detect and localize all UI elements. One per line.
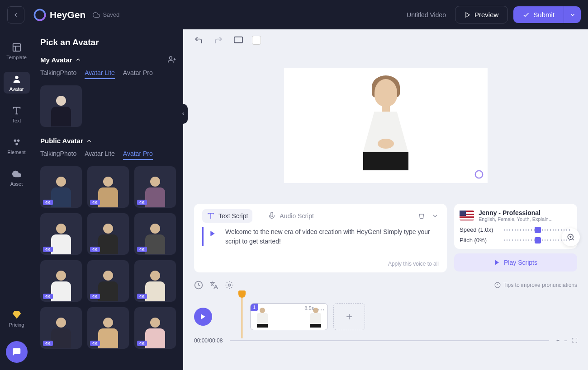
history-icon[interactable]: [194, 281, 203, 290]
svg-rect-3: [13, 44, 20, 52]
public-avatar-tile[interactable]: 4K: [40, 166, 82, 208]
pitch-slider-row: Pitch (0%): [460, 237, 572, 244]
translate-icon[interactable]: [209, 281, 218, 290]
background-color-swatch[interactable]: [252, 36, 261, 45]
support-chat-button[interactable]: [6, 341, 28, 363]
speed-thumb[interactable]: [535, 227, 541, 233]
redo-button[interactable]: [212, 34, 225, 47]
public-avatar-tile[interactable]: 4K: [87, 166, 129, 208]
zoom-button[interactable]: [562, 228, 580, 246]
public-avatar-tile[interactable]: 4K: [134, 260, 176, 302]
editor-main: Text Script Audio Script Welcome to the …: [183, 29, 588, 370]
speed-slider[interactable]: [504, 229, 572, 231]
back-button[interactable]: [7, 6, 24, 23]
public-avatar-tile[interactable]: 4K: [87, 213, 129, 255]
svg-point-12: [169, 56, 172, 59]
sidebar-title: Pick an Avatar: [40, 37, 176, 47]
public-avatar-tile[interactable]: 4K: [87, 307, 129, 349]
audio-script-tab[interactable]: Audio Script: [263, 209, 318, 223]
timeline-scrubber[interactable]: [230, 340, 549, 341]
svg-point-6: [15, 76, 18, 79]
timeline-fit[interactable]: ⛶: [572, 337, 577, 344]
public-avatar-tile[interactable]: 4K: [134, 166, 176, 208]
tab-avatarpro-my[interactable]: Avatar Pro: [123, 69, 153, 79]
clip-more-button[interactable]: ⋯: [318, 305, 325, 314]
speed-slider-row: Speed (1.0x): [460, 226, 572, 233]
pitch-slider[interactable]: [504, 239, 572, 241]
nav-text[interactable]: Text: [4, 103, 30, 125]
canvas-avatar-figure[interactable]: [354, 79, 417, 183]
clip-number: 1: [250, 303, 258, 311]
video-title[interactable]: Untitled Video: [407, 11, 446, 19]
nav-pricing[interactable]: Pricing: [4, 308, 30, 329]
public-avatar-section[interactable]: Public Avatar: [40, 137, 176, 145]
public-avatar-tile[interactable]: 4K: [134, 213, 176, 255]
svg-rect-15: [234, 37, 242, 43]
play-scripts-button[interactable]: Play Scripts: [454, 253, 577, 272]
add-clip-button[interactable]: +: [333, 303, 365, 330]
my-avatar-tabs: TalkingPhoto Avatar Lite Avatar Pro: [40, 69, 176, 79]
svg-marker-22: [210, 231, 214, 236]
timeline-zoom-in[interactable]: +: [556, 337, 560, 344]
my-avatar-section[interactable]: My Avatar: [40, 56, 176, 64]
timeline-clip[interactable]: 1 8.5s ⋯: [250, 303, 328, 330]
public-avatar-tile[interactable]: 4K: [87, 260, 129, 302]
canvas-stage: [183, 51, 588, 200]
timeline-zoom-out[interactable]: −: [564, 337, 567, 344]
submit-button[interactable]: Submit: [513, 6, 564, 23]
sidebar-collapse-handle[interactable]: [179, 104, 188, 124]
tab-talkingphoto-pub[interactable]: TalkingPhoto: [40, 150, 76, 160]
timeline-play-button[interactable]: [194, 308, 212, 326]
my-avatar-tile[interactable]: [40, 85, 82, 127]
template-icon: [12, 42, 22, 52]
nav-template[interactable]: Template: [4, 40, 30, 62]
undo-button[interactable]: [192, 34, 205, 47]
public-avatar-tile[interactable]: 4K: [134, 307, 176, 349]
nav-asset[interactable]: Asset: [4, 167, 30, 188]
script-area: Text Script Audio Script Welcome to the …: [183, 200, 588, 278]
chevron-down-icon[interactable]: [432, 212, 439, 220]
avatar-sidebar: Pick an Avatar My Avatar TalkingPhoto Av…: [33, 29, 183, 370]
public-avatar-tile[interactable]: 4K: [40, 213, 82, 255]
preview-button[interactable]: Preview: [455, 6, 508, 23]
play-icon: [494, 259, 500, 266]
chevron-down-icon: [569, 12, 576, 18]
cloud-upload-icon: [12, 169, 22, 179]
redo-icon: [214, 36, 223, 45]
tab-avatarpro-pub[interactable]: Avatar Pro: [123, 150, 153, 160]
video-canvas[interactable]: [284, 68, 488, 183]
add-avatar-button[interactable]: [168, 56, 176, 64]
play-icon: [199, 313, 207, 320]
voice-card[interactable]: Jenny - Professional English, Female, Yo…: [454, 204, 577, 249]
public-avatar-tile[interactable]: 4K: [40, 307, 82, 349]
public-avatar-grid: 4K4K4K4K4K4K4K4K4K4K4K4K: [40, 166, 176, 349]
aspect-ratio-button[interactable]: [232, 34, 245, 47]
timeline-playhead[interactable]: [238, 290, 246, 298]
pronunciation-tips[interactable]: Tips to improve pronunciations: [494, 282, 577, 288]
text-icon: [207, 212, 215, 220]
trash-icon[interactable]: [418, 212, 425, 220]
tab-avatarlite-my[interactable]: Avatar Lite: [85, 69, 115, 79]
timeline: 1 8.5s ⋯ +: [183, 292, 588, 334]
script-editor: Text Script Audio Script Welcome to the …: [194, 204, 447, 272]
public-avatar-tile[interactable]: 4K: [40, 260, 82, 302]
pitch-thumb[interactable]: [535, 237, 541, 244]
microphone-icon: [268, 212, 276, 220]
script-content[interactable]: Welcome to the new era of video creation…: [225, 227, 439, 246]
submit-dropdown[interactable]: [564, 6, 581, 23]
tab-talkingphoto-my[interactable]: TalkingPhoto: [40, 69, 76, 79]
apply-voice-all[interactable]: Apply this voice to all: [202, 261, 439, 267]
text-script-tab[interactable]: Text Script: [202, 209, 252, 223]
voice-panel: Jenny - Professional English, Female, Yo…: [454, 204, 577, 272]
chevron-up-icon: [75, 56, 81, 63]
nav-avatar[interactable]: Avatar: [4, 72, 30, 94]
play-script-line[interactable]: [209, 228, 220, 239]
svg-marker-29: [201, 314, 205, 319]
tab-avatarlite-pub[interactable]: Avatar Lite: [85, 150, 115, 160]
brand-name: HeyGen: [50, 9, 85, 20]
chevron-up-icon: [86, 138, 92, 144]
voice-name: Jenny - Professional: [479, 209, 572, 216]
ai-icon[interactable]: [225, 281, 234, 290]
nav-element[interactable]: Element: [4, 135, 30, 157]
canvas-toolbar: [183, 29, 588, 51]
